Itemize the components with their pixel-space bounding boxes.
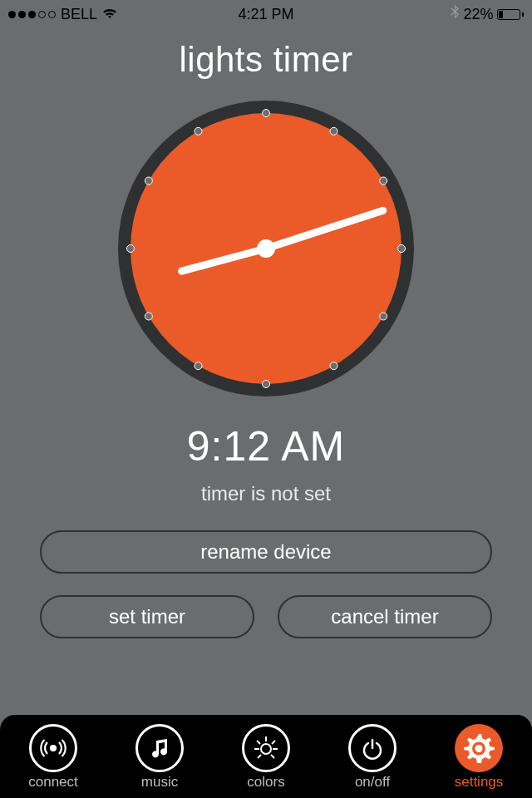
clock-face[interactable] bbox=[112, 95, 420, 406]
tab-label: on/off bbox=[355, 774, 390, 791]
bluetooth-icon bbox=[451, 5, 460, 23]
svg-line-20 bbox=[257, 741, 260, 744]
svg-point-28 bbox=[475, 745, 483, 752]
svg-line-24 bbox=[258, 755, 261, 758]
colors-icon bbox=[242, 724, 290, 772]
svg-point-10 bbox=[145, 313, 152, 320]
time-display: 9:12 AM bbox=[187, 422, 345, 470]
svg-line-25 bbox=[271, 755, 274, 758]
tab-connect[interactable]: connect bbox=[0, 722, 106, 793]
svg-line-21 bbox=[272, 741, 275, 744]
tab-colors[interactable]: colors bbox=[213, 722, 319, 793]
svg-point-5 bbox=[398, 245, 406, 253]
svg-point-12 bbox=[145, 177, 152, 185]
status-left: BELL bbox=[8, 6, 117, 23]
tab-label: settings bbox=[455, 774, 504, 791]
rename-device-button[interactable]: rename device bbox=[40, 530, 492, 574]
tab-label: connect bbox=[28, 774, 78, 791]
svg-point-11 bbox=[127, 245, 135, 253]
svg-point-8 bbox=[263, 381, 270, 388]
svg-point-6 bbox=[380, 313, 387, 320]
page-title: lights timer bbox=[179, 40, 352, 80]
battery-percent: 22% bbox=[463, 6, 493, 23]
timer-status: timer is not set bbox=[201, 482, 331, 505]
status-time: 4:21 PM bbox=[238, 6, 293, 23]
tab-music[interactable]: music bbox=[106, 722, 213, 793]
tab-bar: connect music colors on/off settings bbox=[0, 715, 532, 798]
wifi-icon bbox=[102, 6, 117, 23]
svg-point-17 bbox=[51, 746, 56, 751]
svg-point-4 bbox=[380, 177, 387, 185]
set-timer-button[interactable]: set timer bbox=[40, 595, 254, 638]
svg-point-18 bbox=[261, 744, 271, 754]
svg-point-2 bbox=[263, 110, 270, 117]
settings-icon bbox=[455, 724, 503, 772]
svg-point-7 bbox=[330, 362, 337, 370]
svg-point-3 bbox=[330, 127, 337, 135]
battery-icon bbox=[497, 9, 525, 20]
music-icon bbox=[135, 724, 184, 772]
power-icon bbox=[348, 724, 397, 772]
signal-strength-icon bbox=[8, 11, 56, 18]
tab-label: music bbox=[141, 774, 178, 791]
main-content: lights timer 9:12 AM timer is not set re… bbox=[0, 28, 532, 715]
carrier-label: BELL bbox=[61, 6, 97, 23]
status-right: 22% bbox=[451, 5, 524, 23]
svg-point-9 bbox=[195, 362, 202, 370]
tab-onoff[interactable]: on/off bbox=[319, 722, 426, 793]
cancel-timer-button[interactable]: cancel timer bbox=[278, 595, 492, 638]
svg-point-16 bbox=[257, 239, 275, 258]
svg-point-13 bbox=[195, 127, 202, 135]
status-bar: BELL 4:21 PM 22% bbox=[0, 0, 532, 28]
tab-label: colors bbox=[247, 774, 284, 791]
connect-icon bbox=[29, 724, 77, 772]
tab-settings[interactable]: settings bbox=[426, 722, 532, 793]
